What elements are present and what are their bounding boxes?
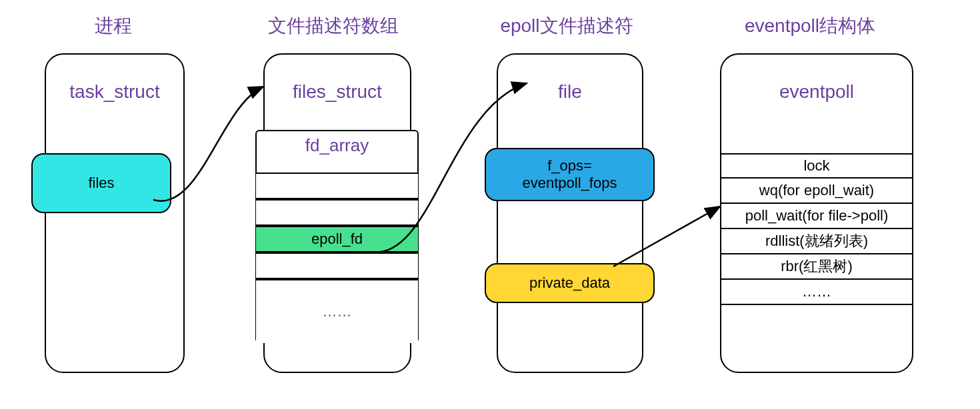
box-eventpoll: eventpoll lock wq(for epoll_wait) poll_w…: [720, 53, 913, 373]
ep-row-poll-wait: poll_wait(for file->poll): [721, 204, 912, 229]
ep-row-ellipsis: ……: [721, 280, 912, 305]
label-files-struct: files_struct: [265, 81, 410, 103]
ep-row-rbr: rbr(红黑树): [721, 254, 912, 280]
title-fd-array: 文件描述符数组: [247, 13, 420, 39]
ep-row-lock: lock: [721, 153, 912, 179]
label-eventpoll: eventpoll: [721, 81, 912, 103]
field-files-text: files: [88, 175, 114, 192]
f-ops-line2: eventpoll_fops: [523, 175, 617, 192]
field-f-ops: f_ops= eventpoll_fops: [485, 148, 655, 201]
fd-row-ellipsis: ……: [256, 279, 418, 343]
ep-row-wq: wq(for epoll_wait): [721, 179, 912, 204]
private-data-text: private_data: [529, 274, 610, 292]
field-private-data: private_data: [485, 263, 655, 303]
title-eventpoll: eventpoll结构体: [717, 13, 903, 39]
fd-array-container: fd_array epoll_fd ……: [255, 130, 419, 343]
f-ops-line1: f_ops=: [547, 157, 592, 175]
box-task-struct: task_struct: [45, 53, 185, 373]
title-epoll-fd: epoll文件描述符: [480, 13, 653, 39]
label-task-struct: task_struct: [46, 81, 183, 103]
title-process: 进程: [40, 13, 187, 39]
field-files: files: [31, 153, 171, 213]
fd-row-1: [256, 199, 418, 226]
label-file: file: [498, 81, 642, 103]
box-file: file: [497, 53, 643, 373]
fd-row-0: [256, 173, 418, 199]
fd-row-3: [256, 252, 418, 279]
fd-row-epoll-fd: epoll_fd: [256, 226, 418, 252]
fd-array-label: fd_array: [257, 131, 417, 156]
ep-row-rdllist: rdllist(就绪列表): [721, 229, 912, 254]
